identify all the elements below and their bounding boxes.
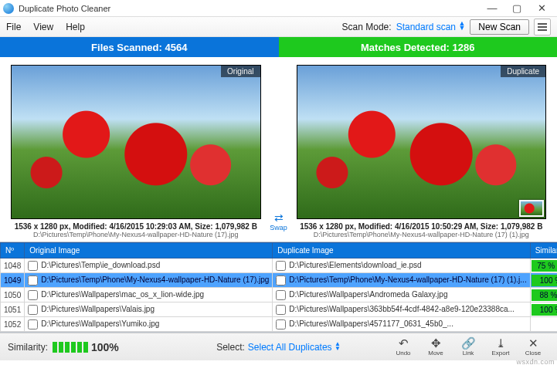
files-scanned-label: Files Scanned: xyxy=(91,42,162,53)
minimize-button[interactable]: — xyxy=(480,1,504,16)
swap-arrows-icon: ⇄ xyxy=(274,211,284,224)
updown-icon: ▲▼ xyxy=(335,342,341,351)
original-image[interactable]: Original xyxy=(11,65,261,219)
close-icon: ✕ xyxy=(528,337,538,350)
link-button[interactable]: 🔗Link xyxy=(452,337,484,357)
move-label: Move xyxy=(428,350,443,357)
duplicate-image-panel: Duplicate 1536 x 1280 px, Modified: 4/16… xyxy=(297,65,547,238)
results-table: Nº Original Image Duplicate Image Simila… xyxy=(0,242,557,333)
window-controls: — ▢ ✕ xyxy=(480,1,554,16)
link-icon: 🔗 xyxy=(461,337,476,350)
link-label: Link xyxy=(463,350,474,357)
row-number: 1049 xyxy=(1,273,25,288)
row-similarity xyxy=(530,317,557,332)
scan-mode-select[interactable]: Standard scan ▲▼ xyxy=(396,21,466,32)
row-similarity: 100 % xyxy=(530,273,557,288)
export-button[interactable]: ⤓Export xyxy=(484,337,517,357)
row-duplicate: D:\Pictures\Elements\download_ie.psd xyxy=(273,259,530,273)
row-original-checkbox[interactable] xyxy=(28,261,38,271)
similarity-percent: 100% xyxy=(91,341,119,353)
menu-view[interactable]: View xyxy=(33,22,53,32)
window-titlebar: Duplicate Photo Cleaner — ▢ ✕ xyxy=(0,0,557,17)
row-original: D:\Pictures\Wallpapers\Valais.jpg xyxy=(25,302,273,317)
duplicate-caption: 1536 x 1280 px, Modified: 4/16/2015 10:5… xyxy=(297,222,547,238)
similarity-bars xyxy=(53,342,88,353)
row-original-checkbox[interactable] xyxy=(28,290,38,300)
row-original-checkbox[interactable] xyxy=(28,319,38,329)
updown-icon: ▲▼ xyxy=(458,21,465,30)
settings-menu-button[interactable] xyxy=(534,19,551,35)
row-duplicate-checkbox[interactable] xyxy=(276,261,286,271)
select-dropdown[interactable]: Select All Duplicates ▲▼ xyxy=(248,342,341,353)
duplicate-image[interactable]: Duplicate xyxy=(297,65,547,219)
scan-controls: Scan Mode: Standard scan ▲▼ New Scan xyxy=(342,19,551,35)
files-scanned-value: 4564 xyxy=(165,42,187,53)
row-duplicate: D:\Pictures\Wallpapers\363bb54f-4cdf-484… xyxy=(273,302,530,317)
original-image-panel: Original 1536 x 1280 px, Modified: 4/16/… xyxy=(11,65,261,238)
table-row[interactable]: 1049D:\Pictures\Temp\Phone\My-Nexus4-wal… xyxy=(1,273,558,288)
duplicate-thumb[interactable] xyxy=(519,200,544,217)
preview-area: Original 1536 x 1280 px, Modified: 4/16/… xyxy=(0,57,557,242)
menu-file[interactable]: File xyxy=(6,22,21,32)
close-label: Close xyxy=(525,350,541,357)
table-row[interactable]: 1048D:\Pictures\Temp\ie_download.psdD:\P… xyxy=(1,259,558,273)
undo-icon: ↶ xyxy=(399,337,409,350)
row-number: 1051 xyxy=(1,302,25,317)
row-duplicate-checkbox[interactable] xyxy=(276,275,286,286)
row-duplicate: D:\Pictures\Temp\Phone\My-Nexus4-wallpap… xyxy=(273,273,530,288)
row-similarity: 100 % xyxy=(530,302,557,317)
row-duplicate: D:\Pictures\Wallpapers\Andromeda Galaxy.… xyxy=(273,288,530,302)
select-label: Select: xyxy=(216,342,245,353)
col-similarity[interactable]: Similarity xyxy=(530,243,557,259)
original-path: D:\Pictures\Temp\Phone\My-Nexus4-wallpap… xyxy=(11,231,261,238)
table-row[interactable]: 1051D:\Pictures\Wallpapers\Valais.jpgD:\… xyxy=(1,302,558,317)
col-original[interactable]: Original Image xyxy=(25,243,273,259)
row-duplicate-checkbox[interactable] xyxy=(276,305,286,315)
move-icon: ✥ xyxy=(431,337,441,350)
undo-button[interactable]: ↶Undo xyxy=(387,337,419,357)
menu-help[interactable]: Help xyxy=(66,22,85,32)
duplicate-meta: 1536 x 1280 px, Modified: 4/16/2015 10:5… xyxy=(300,222,542,231)
row-duplicate: D:\Pictures\Wallpapers\4571177_0631_45b0… xyxy=(273,317,530,332)
close-window-button[interactable]: ✕ xyxy=(529,1,554,16)
scan-mode-value: Standard scan xyxy=(396,22,456,32)
col-duplicate[interactable]: Duplicate Image xyxy=(273,243,530,259)
swap-label: Swap xyxy=(270,224,287,231)
maximize-button[interactable]: ▢ xyxy=(504,1,529,16)
scan-mode-label: Scan Mode: xyxy=(342,22,392,32)
original-caption: 1536 x 1280 px, Modified: 4/16/2015 10:2… xyxy=(11,222,261,238)
matches-detected-label: Matches Detected: xyxy=(361,42,450,53)
duplicate-thumbs xyxy=(519,200,544,217)
row-duplicate-checkbox[interactable] xyxy=(276,290,286,300)
move-button[interactable]: ✥Move xyxy=(419,337,452,357)
swap-button[interactable]: ⇄ Swap xyxy=(267,65,290,231)
bottom-bar: Similarity: 100% Select: Select All Dupl… xyxy=(0,333,557,360)
files-scanned-counter: Files Scanned: 4564 xyxy=(0,37,279,57)
table-row[interactable]: 1050D:\Pictures\Wallpapers\mac_os_x_lion… xyxy=(1,288,558,302)
row-original: D:\Pictures\Wallpapers\Yumiko.jpg xyxy=(25,317,273,332)
row-original-checkbox[interactable] xyxy=(28,275,38,286)
row-similarity: 75 % xyxy=(530,259,557,273)
new-scan-button[interactable]: New Scan xyxy=(470,19,529,35)
app-icon xyxy=(3,3,14,14)
row-number: 1050 xyxy=(1,288,25,302)
toolbar: ↶Undo ✥Move 🔗Link ⤓Export ✕Close xyxy=(387,337,549,357)
matches-detected-value: 1286 xyxy=(453,42,475,53)
table-row[interactable]: 1052D:\Pictures\Wallpapers\Yumiko.jpgD:\… xyxy=(1,317,558,332)
select-value: Select All Duplicates xyxy=(248,342,332,353)
row-duplicate-checkbox[interactable] xyxy=(276,319,286,329)
select-control: Select: Select All Duplicates ▲▼ xyxy=(216,342,341,353)
row-number: 1052 xyxy=(1,317,25,332)
row-number: 1048 xyxy=(1,259,25,273)
app-title: Duplicate Photo Cleaner xyxy=(19,4,110,13)
similarity-label: Similarity: xyxy=(8,342,48,353)
table-header: Nº Original Image Duplicate Image Simila… xyxy=(1,243,558,259)
row-original: D:\Pictures\Temp\ie_download.psd xyxy=(25,259,273,273)
duplicate-path: D:\Pictures\Temp\Phone\My-Nexus4-wallpap… xyxy=(297,231,547,238)
matches-detected-counter: Matches Detected: 1286 xyxy=(279,37,558,57)
duplicate-tag: Duplicate xyxy=(501,66,545,77)
row-original-checkbox[interactable] xyxy=(28,305,38,315)
col-number[interactable]: Nº xyxy=(1,243,25,259)
close-button[interactable]: ✕Close xyxy=(517,337,549,357)
undo-label: Undo xyxy=(396,350,410,357)
